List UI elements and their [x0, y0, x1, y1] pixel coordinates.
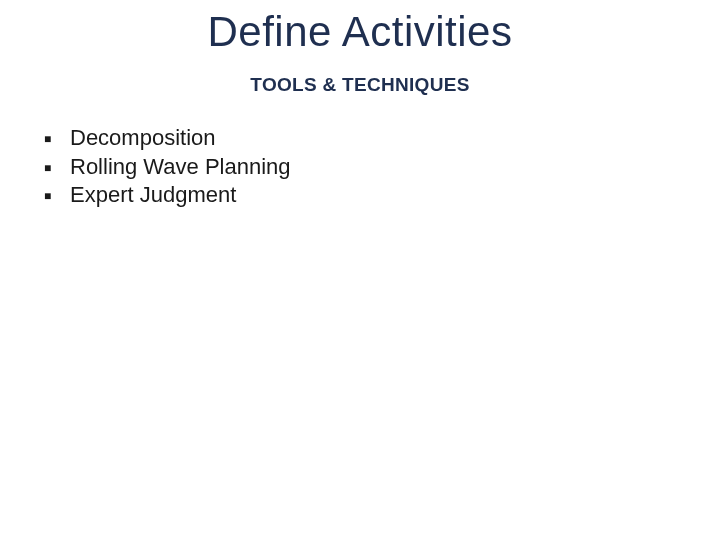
slide-container: Define Activities TOOLS & TECHNIQUES Dec… [0, 0, 720, 540]
list-item: Expert Judgment [44, 181, 682, 210]
bullet-list: Decomposition Rolling Wave Planning Expe… [38, 124, 682, 210]
slide-subtitle: TOOLS & TECHNIQUES [38, 74, 682, 96]
slide-title: Define Activities [38, 8, 682, 56]
list-item: Rolling Wave Planning [44, 153, 682, 182]
list-item: Decomposition [44, 124, 682, 153]
